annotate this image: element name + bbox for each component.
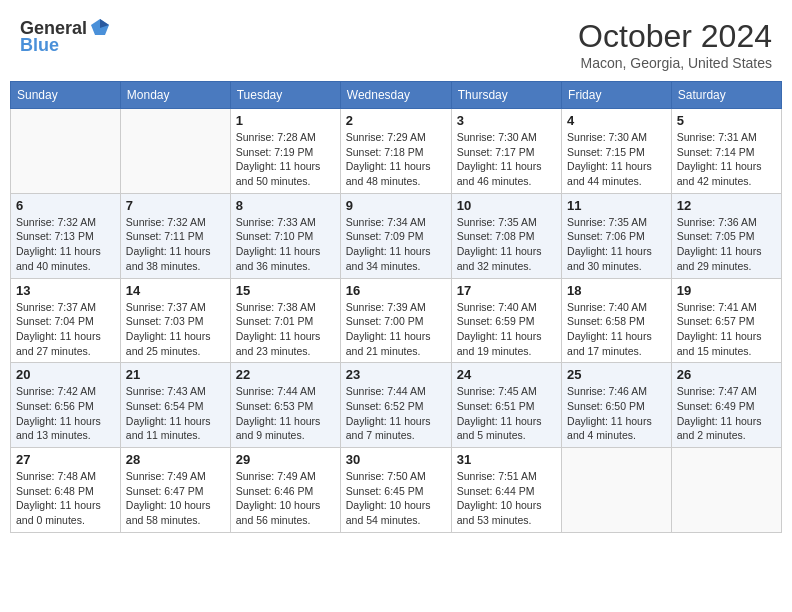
sunrise-text: Sunrise: 7:37 AM — [16, 301, 96, 313]
day-info: Sunrise: 7:32 AMSunset: 7:11 PMDaylight:… — [126, 215, 225, 274]
daylight-text: Daylight: 11 hours and 11 minutes. — [126, 415, 211, 442]
day-info: Sunrise: 7:36 AMSunset: 7:05 PMDaylight:… — [677, 215, 776, 274]
calendar-cell: 31Sunrise: 7:51 AMSunset: 6:44 PMDayligh… — [451, 448, 561, 533]
sunrise-text: Sunrise: 7:37 AM — [126, 301, 206, 313]
sunrise-text: Sunrise: 7:48 AM — [16, 470, 96, 482]
sunrise-text: Sunrise: 7:32 AM — [126, 216, 206, 228]
day-info: Sunrise: 7:35 AMSunset: 7:06 PMDaylight:… — [567, 215, 666, 274]
calendar-week-3: 13Sunrise: 7:37 AMSunset: 7:04 PMDayligh… — [11, 278, 782, 363]
daylight-text: Daylight: 11 hours and 36 minutes. — [236, 245, 321, 272]
sunrise-text: Sunrise: 7:35 AM — [457, 216, 537, 228]
day-info: Sunrise: 7:44 AMSunset: 6:52 PMDaylight:… — [346, 384, 446, 443]
calendar-cell: 5Sunrise: 7:31 AMSunset: 7:14 PMDaylight… — [671, 109, 781, 194]
calendar-cell: 22Sunrise: 7:44 AMSunset: 6:53 PMDayligh… — [230, 363, 340, 448]
sunset-text: Sunset: 7:03 PM — [126, 315, 204, 327]
calendar-cell: 16Sunrise: 7:39 AMSunset: 7:00 PMDayligh… — [340, 278, 451, 363]
col-header-saturday: Saturday — [671, 82, 781, 109]
daylight-text: Daylight: 11 hours and 19 minutes. — [457, 330, 542, 357]
sunrise-text: Sunrise: 7:38 AM — [236, 301, 316, 313]
sunset-text: Sunset: 6:47 PM — [126, 485, 204, 497]
daylight-text: Daylight: 11 hours and 25 minutes. — [126, 330, 211, 357]
day-number: 18 — [567, 283, 666, 298]
day-number: 6 — [16, 198, 115, 213]
calendar-cell: 15Sunrise: 7:38 AMSunset: 7:01 PMDayligh… — [230, 278, 340, 363]
sunset-text: Sunset: 7:00 PM — [346, 315, 424, 327]
sunset-text: Sunset: 6:46 PM — [236, 485, 314, 497]
sunrise-text: Sunrise: 7:28 AM — [236, 131, 316, 143]
sunset-text: Sunset: 6:45 PM — [346, 485, 424, 497]
sunrise-text: Sunrise: 7:49 AM — [236, 470, 316, 482]
calendar-cell: 1Sunrise: 7:28 AMSunset: 7:19 PMDaylight… — [230, 109, 340, 194]
day-number: 29 — [236, 452, 335, 467]
calendar-cell: 28Sunrise: 7:49 AMSunset: 6:47 PMDayligh… — [120, 448, 230, 533]
calendar-cell: 14Sunrise: 7:37 AMSunset: 7:03 PMDayligh… — [120, 278, 230, 363]
calendar-cell: 21Sunrise: 7:43 AMSunset: 6:54 PMDayligh… — [120, 363, 230, 448]
day-info: Sunrise: 7:41 AMSunset: 6:57 PMDaylight:… — [677, 300, 776, 359]
day-number: 16 — [346, 283, 446, 298]
calendar-cell — [11, 109, 121, 194]
sunset-text: Sunset: 7:01 PM — [236, 315, 314, 327]
day-number: 1 — [236, 113, 335, 128]
calendar-cell: 27Sunrise: 7:48 AMSunset: 6:48 PMDayligh… — [11, 448, 121, 533]
day-info: Sunrise: 7:40 AMSunset: 6:58 PMDaylight:… — [567, 300, 666, 359]
calendar-cell: 18Sunrise: 7:40 AMSunset: 6:58 PMDayligh… — [562, 278, 672, 363]
calendar-cell: 29Sunrise: 7:49 AMSunset: 6:46 PMDayligh… — [230, 448, 340, 533]
sunrise-text: Sunrise: 7:42 AM — [16, 385, 96, 397]
daylight-text: Daylight: 11 hours and 9 minutes. — [236, 415, 321, 442]
calendar-cell — [671, 448, 781, 533]
daylight-text: Daylight: 10 hours and 54 minutes. — [346, 499, 431, 526]
sunset-text: Sunset: 7:09 PM — [346, 230, 424, 242]
calendar-cell: 10Sunrise: 7:35 AMSunset: 7:08 PMDayligh… — [451, 193, 561, 278]
sunset-text: Sunset: 6:51 PM — [457, 400, 535, 412]
day-info: Sunrise: 7:28 AMSunset: 7:19 PMDaylight:… — [236, 130, 335, 189]
daylight-text: Daylight: 11 hours and 2 minutes. — [677, 415, 762, 442]
day-info: Sunrise: 7:34 AMSunset: 7:09 PMDaylight:… — [346, 215, 446, 274]
calendar-cell: 17Sunrise: 7:40 AMSunset: 6:59 PMDayligh… — [451, 278, 561, 363]
sunrise-text: Sunrise: 7:49 AM — [126, 470, 206, 482]
sunset-text: Sunset: 7:10 PM — [236, 230, 314, 242]
logo-blue-text: Blue — [20, 35, 59, 56]
daylight-text: Daylight: 11 hours and 4 minutes. — [567, 415, 652, 442]
sunrise-text: Sunrise: 7:31 AM — [677, 131, 757, 143]
day-info: Sunrise: 7:38 AMSunset: 7:01 PMDaylight:… — [236, 300, 335, 359]
logo-flag-icon — [89, 17, 111, 39]
sunrise-text: Sunrise: 7:47 AM — [677, 385, 757, 397]
day-info: Sunrise: 7:40 AMSunset: 6:59 PMDaylight:… — [457, 300, 556, 359]
daylight-text: Daylight: 11 hours and 30 minutes. — [567, 245, 652, 272]
sunset-text: Sunset: 6:44 PM — [457, 485, 535, 497]
daylight-text: Daylight: 11 hours and 13 minutes. — [16, 415, 101, 442]
sunset-text: Sunset: 7:15 PM — [567, 146, 645, 158]
col-header-thursday: Thursday — [451, 82, 561, 109]
calendar-cell — [120, 109, 230, 194]
day-info: Sunrise: 7:35 AMSunset: 7:08 PMDaylight:… — [457, 215, 556, 274]
sunset-text: Sunset: 6:54 PM — [126, 400, 204, 412]
sunrise-text: Sunrise: 7:30 AM — [457, 131, 537, 143]
sunrise-text: Sunrise: 7:43 AM — [126, 385, 206, 397]
sunset-text: Sunset: 6:49 PM — [677, 400, 755, 412]
day-number: 10 — [457, 198, 556, 213]
calendar-cell: 6Sunrise: 7:32 AMSunset: 7:13 PMDaylight… — [11, 193, 121, 278]
sunset-text: Sunset: 7:17 PM — [457, 146, 535, 158]
day-number: 5 — [677, 113, 776, 128]
day-number: 22 — [236, 367, 335, 382]
calendar-cell: 12Sunrise: 7:36 AMSunset: 7:05 PMDayligh… — [671, 193, 781, 278]
sunrise-text: Sunrise: 7:44 AM — [346, 385, 426, 397]
daylight-text: Daylight: 11 hours and 7 minutes. — [346, 415, 431, 442]
calendar-cell: 7Sunrise: 7:32 AMSunset: 7:11 PMDaylight… — [120, 193, 230, 278]
calendar-cell: 8Sunrise: 7:33 AMSunset: 7:10 PMDaylight… — [230, 193, 340, 278]
month-title: October 2024 — [578, 18, 772, 55]
sunrise-text: Sunrise: 7:40 AM — [457, 301, 537, 313]
day-number: 13 — [16, 283, 115, 298]
daylight-text: Daylight: 11 hours and 38 minutes. — [126, 245, 211, 272]
day-number: 11 — [567, 198, 666, 213]
daylight-text: Daylight: 11 hours and 46 minutes. — [457, 160, 542, 187]
col-header-tuesday: Tuesday — [230, 82, 340, 109]
day-number: 19 — [677, 283, 776, 298]
sunrise-text: Sunrise: 7:44 AM — [236, 385, 316, 397]
sunset-text: Sunset: 6:53 PM — [236, 400, 314, 412]
daylight-text: Daylight: 11 hours and 21 minutes. — [346, 330, 431, 357]
day-number: 8 — [236, 198, 335, 213]
daylight-text: Daylight: 10 hours and 53 minutes. — [457, 499, 542, 526]
day-number: 23 — [346, 367, 446, 382]
day-number: 27 — [16, 452, 115, 467]
